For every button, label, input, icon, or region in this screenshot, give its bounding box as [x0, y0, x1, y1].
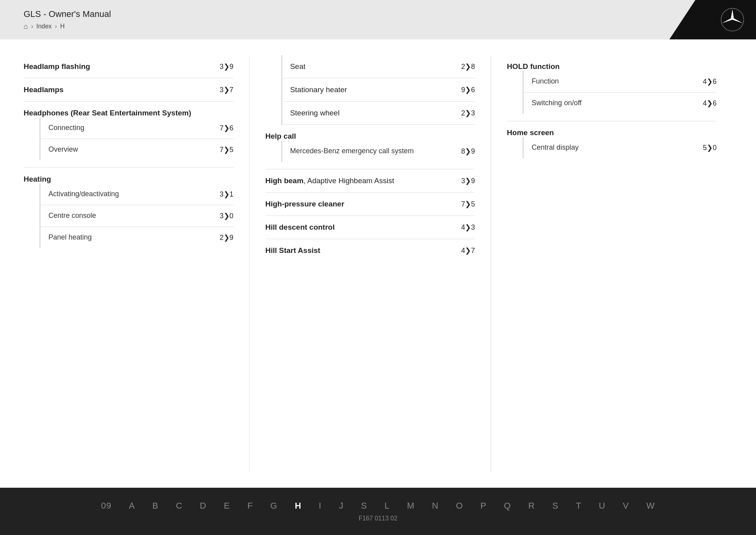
entry-high-beam-label[interactable]: High beam, Adaptive Highbeam Assist: [265, 176, 461, 185]
entry-stationary-heater: Stationary heater 9❯6: [281, 78, 475, 102]
sub-entry-activating-label[interactable]: Activating/deactivating: [48, 190, 220, 198]
sub-entry-panel-heating-label[interactable]: Panel heating: [48, 233, 220, 241]
footer-letter-s2[interactable]: S: [544, 501, 567, 511]
sub-entry-centre-console-page: 3❯0: [220, 212, 233, 220]
entry-hold-function-label[interactable]: HOLD function: [507, 62, 717, 71]
entry-headlamp-flashing-page: 3❯9: [220, 62, 233, 71]
header: GLS - Owner's Manual ⌂ › Index › H: [0, 0, 756, 39]
sub-entry-activating: Activating/deactivating 3❯1: [41, 184, 233, 205]
sub-entry-function-label[interactable]: Function: [532, 77, 703, 85]
entry-seat-label[interactable]: Seat: [290, 62, 461, 71]
footer-letter-d[interactable]: D: [191, 501, 215, 511]
breadcrumb: ⌂ › Index › H: [24, 22, 111, 31]
breadcrumb-current: H: [60, 23, 65, 30]
breadcrumb-index[interactable]: Index: [36, 23, 52, 30]
entry-high-pressure-cleaner-page: 7❯5: [461, 200, 475, 208]
entry-heating-label[interactable]: Heating: [24, 175, 233, 184]
footer-letter-a[interactable]: A: [120, 501, 144, 511]
footer-letter-e[interactable]: E: [215, 501, 239, 511]
footer-letter-09[interactable]: 09: [93, 501, 120, 511]
footer-letter-c[interactable]: C: [167, 501, 191, 511]
entry-home-screen: Home screen Central display 5❯0: [507, 121, 717, 165]
entry-headlamps: Headlamps 3❯7: [24, 78, 233, 102]
footer-letter-s1[interactable]: S: [352, 501, 376, 511]
entry-high-pressure-cleaner: High-pressure cleaner 7❯5: [265, 193, 475, 216]
sub-entry-panel-heating-page: 2❯9: [220, 233, 233, 242]
entry-headlamps-page: 3❯7: [220, 85, 233, 94]
entry-hill-start-assist-label[interactable]: Hill Start Assist: [265, 246, 461, 255]
footer-letter-m[interactable]: M: [398, 501, 423, 511]
entry-headlamps-label[interactable]: Headlamps: [24, 85, 220, 94]
sub-entry-connecting-page: 7❯6: [220, 124, 233, 132]
footer-letter-r[interactable]: R: [520, 501, 544, 511]
entry-headphones-label[interactable]: Headphones (Rear Seat Entertainment Syst…: [24, 109, 233, 117]
entry-headlamp-flashing: Headlamp flashing 3❯9: [24, 55, 233, 78]
entry-stationary-heater-label[interactable]: Stationary heater: [290, 85, 461, 94]
sub-entry-central-display: Central display 5❯0: [524, 137, 717, 158]
entry-seat: Seat 2❯8: [281, 55, 475, 78]
entry-high-pressure-cleaner-label[interactable]: High-pressure cleaner: [265, 200, 461, 208]
entry-heating: Heating Activating/deactivating 3❯1 Cent…: [24, 168, 233, 255]
entry-headphones: Headphones (Rear Seat Entertainment Syst…: [24, 102, 233, 168]
footer-letter-o[interactable]: O: [447, 501, 472, 511]
breadcrumb-sep-1: ›: [31, 23, 33, 30]
footer-letter-n[interactable]: N: [423, 501, 447, 511]
footer-letter-j[interactable]: J: [330, 501, 352, 511]
header-logo-area: [669, 0, 756, 39]
footer-letter-l[interactable]: L: [376, 501, 398, 511]
home-screen-sub-entries: Central display 5❯0: [523, 137, 717, 158]
entry-steering-wheel-page: 2❯3: [461, 109, 475, 117]
sub-entry-connecting-label[interactable]: Connecting: [48, 124, 220, 132]
entry-stationary-heater-page: 9❯6: [461, 85, 475, 94]
column-2: Seat 2❯8 Stationary heater 9❯6 Steering …: [265, 55, 491, 472]
sub-entry-overview-page: 7❯5: [220, 145, 233, 154]
sub-entry-central-display-label[interactable]: Central display: [532, 143, 703, 152]
entry-steering-wheel-label[interactable]: Steering wheel: [290, 109, 461, 117]
sub-entry-connecting: Connecting 7❯6: [41, 117, 233, 139]
sub-entry-centre-console-label[interactable]: Centre console: [48, 212, 220, 220]
entry-headlamp-flashing-label[interactable]: Headlamp flashing: [24, 62, 220, 71]
sub-entry-overview-label[interactable]: Overview: [48, 145, 220, 154]
sub-entry-panel-heating: Panel heating 2❯9: [41, 227, 233, 248]
footer-letter-q[interactable]: Q: [495, 501, 520, 511]
entry-high-beam-page: 3❯9: [461, 176, 475, 185]
footer-letter-f[interactable]: F: [239, 501, 261, 511]
hold-function-sub-entries: Function 4❯6 Switching on/off 4❯6: [523, 71, 717, 114]
sub-entry-switching-label[interactable]: Switching on/off: [532, 99, 703, 107]
manual-title: GLS - Owner's Manual: [24, 9, 111, 19]
footer-letter-i[interactable]: I: [310, 501, 330, 511]
entry-seat-page: 2❯8: [461, 62, 475, 71]
entry-help-call: Help call Mercedes-Benz emergency call s…: [265, 125, 475, 169]
entry-hill-start-assist-page: 4❯7: [461, 246, 475, 255]
home-icon[interactable]: ⌂: [24, 22, 28, 31]
footer-code: F167 0113 02: [359, 515, 398, 522]
footer-letter-b[interactable]: B: [144, 501, 167, 511]
sub-entry-switching: Switching on/off 4❯6: [524, 93, 717, 114]
footer-letter-u[interactable]: U: [590, 501, 614, 511]
sub-entry-activating-page: 3❯1: [220, 190, 233, 199]
sub-entry-mercedes-emergency-page: 8❯9: [461, 147, 475, 156]
sub-entry-function: Function 4❯6: [524, 71, 717, 93]
sub-entry-central-display-page: 5❯0: [703, 143, 717, 152]
footer-letter-v[interactable]: V: [614, 501, 638, 511]
footer-letter-t[interactable]: T: [567, 501, 590, 511]
entry-hill-descent-control-page: 4❯3: [461, 223, 475, 232]
footer-letter-g[interactable]: G: [262, 501, 286, 511]
alphabet-nav: 09 A B C D E F G H I J S L M N O P Q R S…: [93, 501, 663, 511]
entry-hill-descent-control: Hill descent control 4❯3: [265, 216, 475, 239]
main-content: Headlamp flashing 3❯9 Headlamps 3❯7 Head…: [0, 39, 756, 488]
footer-letter-h[interactable]: H: [286, 501, 310, 511]
footer: 09 A B C D E F G H I J S L M N O P Q R S…: [0, 488, 756, 535]
entry-hill-descent-control-label[interactable]: Hill descent control: [265, 223, 461, 232]
entry-home-screen-label[interactable]: Home screen: [507, 128, 717, 137]
headphones-sub-entries: Connecting 7❯6 Overview 7❯5: [39, 117, 233, 160]
footer-letter-p[interactable]: P: [472, 501, 495, 511]
entry-help-call-label[interactable]: Help call: [265, 132, 475, 141]
sub-entry-mercedes-emergency-label[interactable]: Mercedes-Benz emergency call system: [290, 147, 461, 155]
sub-entry-switching-page: 4❯6: [703, 99, 717, 108]
column-1: Headlamp flashing 3❯9 Headlamps 3❯7 Head…: [24, 55, 250, 472]
sub-entry-centre-console: Centre console 3❯0: [41, 205, 233, 227]
footer-letter-w[interactable]: W: [637, 501, 663, 511]
entry-steering-wheel: Steering wheel 2❯3: [281, 102, 475, 125]
sub-entry-mercedes-emergency: Mercedes-Benz emergency call system 8❯9: [282, 141, 475, 162]
